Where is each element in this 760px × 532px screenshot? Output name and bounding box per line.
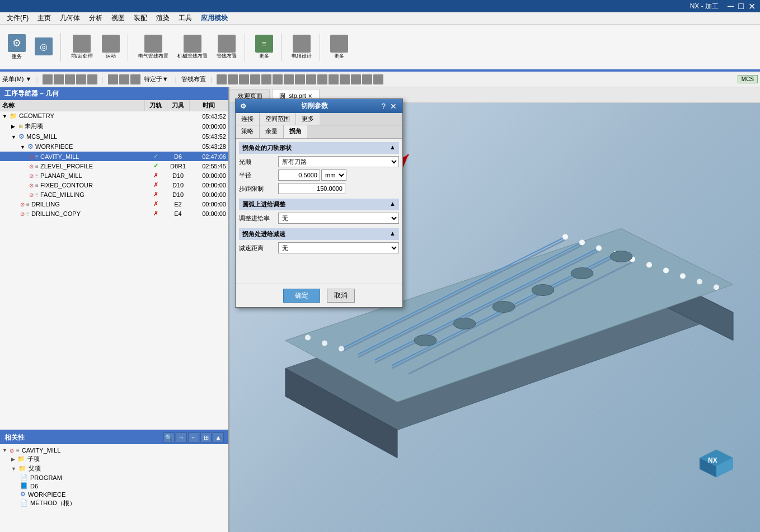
minimize-btn[interactable]: ─	[728, 1, 734, 11]
toolbar-icon-3[interactable]	[65, 74, 75, 84]
tree-row-cavity-mill[interactable]: ⊘ ≡ CAVITY_MILL ✓ D6 02:47:06	[0, 152, 228, 161]
section-arc-header[interactable]: 圆弧上进给调整 ▲	[239, 199, 399, 210]
toolbar-icon-9[interactable]	[217, 74, 227, 84]
tree-row[interactable]: ⊘ ≡ ZLEVEL_PROFILE ✓ D8R1 02:55:45	[0, 161, 228, 171]
tree-row-face-milling[interactable]: ⊘ ≡ FACE_MILLING ✗ D10 00:00:00	[0, 190, 228, 199]
section-corner-header[interactable]: 拐角处的刀轨形状 ▲	[239, 142, 399, 154]
ribbon-btn-more2[interactable]: 运动	[98, 34, 123, 61]
toolbar-icon-21[interactable]	[351, 74, 361, 84]
input-radius[interactable]	[278, 170, 320, 181]
related-search-btn[interactable]: 🔍	[163, 432, 175, 442]
btn-cancel[interactable]: 取消	[327, 289, 355, 303]
toolbar-icon-16[interactable]	[295, 74, 305, 84]
ribbon-btn-more4[interactable]: 更多	[327, 34, 351, 61]
related-name: 父项	[29, 464, 41, 473]
nav-menu[interactable]: 菜单(M) ▼	[2, 75, 31, 83]
select-decel-dist[interactable]: 无 自动 手动	[278, 242, 399, 253]
menu-geometry[interactable]: 几何体	[55, 12, 85, 24]
menu-analysis[interactable]: 分析	[85, 12, 107, 24]
toolbar-icon-20[interactable]	[340, 74, 350, 84]
related-item[interactable]: 📄 PROGRAM	[2, 473, 226, 482]
tree-row[interactable]: ▶ ⊕ 未用项 00:00:00	[0, 121, 228, 131]
menu-assembly[interactable]: 装配	[129, 12, 152, 24]
dialog-tab-more[interactable]: 更多	[296, 113, 320, 125]
close-btn[interactable]: ✕	[748, 1, 756, 12]
related-item[interactable]: 📘 D6	[2, 482, 226, 490]
toolbar-icon-2[interactable]	[54, 74, 64, 84]
menu-home[interactable]: 主页	[33, 12, 55, 24]
toolbar-icon-1[interactable]	[43, 74, 53, 84]
row-tool-cavity-mill: D6	[167, 152, 189, 161]
related-nav-left[interactable]: ←	[188, 432, 199, 442]
ribbon-btn-more3[interactable]: ≡ 更多	[252, 34, 276, 61]
tree-row[interactable]: ▼ ⚙ MCS_MILL 05:43:52	[0, 131, 228, 142]
toolbar-icon-13[interactable]	[261, 74, 271, 84]
tree-row[interactable]: ▼ 📁 GEOMETRY 05:43:52	[0, 111, 228, 121]
ribbon-btn-more1[interactable]: 前/后处理	[68, 34, 96, 61]
tree-row[interactable]: ⊘ ≡ DRILLING ✗ E2 00:00:00	[0, 199, 228, 209]
btn-ok[interactable]: 确定	[283, 289, 320, 303]
dialog-close-btn[interactable]: ✕	[389, 102, 398, 111]
menu-file[interactable]: 文件(F)	[2, 12, 33, 24]
menu-tools[interactable]: 工具	[174, 12, 196, 24]
related-item[interactable]: ⚙ WORKPIECE	[2, 490, 226, 498]
related-nav-right[interactable]: →	[176, 432, 187, 442]
ribbon-btn-1[interactable]: ⚙ 重务	[4, 33, 29, 62]
related-expand-btn[interactable]: ⊞	[200, 432, 212, 442]
related-item[interactable]: ▶ 📁 子项	[2, 454, 226, 464]
ribbon-btn-mech[interactable]: 机械管线布置	[174, 34, 211, 61]
toolbar-icon-5[interactable]	[87, 74, 97, 84]
menu-modules[interactable]: 应用模块	[196, 12, 232, 24]
menu-view[interactable]: 视图	[107, 12, 129, 24]
related-item[interactable]: 📄 METHOD（根）	[2, 498, 226, 508]
tree-row-fixed-contour[interactable]: ⊘ ≡ FIXED_CONTOUR ✗ D10 00:00:00	[0, 180, 228, 190]
tree-row[interactable]: ⊘ ≡ DRILLING_COPY ✗ E4 00:00:00	[0, 209, 228, 218]
toolbar-area: 菜单(M) ▼ | | 特定于▼ | 管线布置 | MCS	[0, 72, 760, 87]
select-unit-radius[interactable]: mm in	[321, 170, 346, 181]
ribbon-btn-2[interactable]: ◎	[31, 36, 56, 58]
toolbar-icon-18[interactable]	[317, 74, 327, 84]
tree-row[interactable]: ⊘ ≡ PLANAR_MILL ✗ D10 00:00:00	[0, 171, 228, 180]
toolbar-icon-23[interactable]	[373, 74, 383, 84]
tree-row[interactable]: ▼ ⚙ WORKPIECE 05:43:28	[0, 142, 228, 152]
ribbon-btn-pipe[interactable]: 管线布置	[213, 34, 240, 61]
toolbar-text[interactable]: 特定于▼	[142, 75, 171, 83]
toolbar-icon-4[interactable]	[76, 74, 86, 84]
toolbar-icon-12[interactable]	[250, 74, 260, 84]
toolbar-icon-8[interactable]	[130, 74, 140, 84]
row-tool: E4	[167, 209, 189, 218]
toolbar-icon-22[interactable]	[362, 74, 372, 84]
select-smooth[interactable]: 所有刀路 无 仅外角	[278, 156, 399, 167]
row-time: 00:00:00	[189, 190, 228, 199]
dialog-tab-space[interactable]: 空间范围	[260, 113, 296, 125]
ribbon-btn-elec[interactable]: 电气管线布置	[135, 34, 172, 61]
related-item[interactable]: ▼ 📁 父项	[2, 464, 226, 473]
toolbar-icon-7[interactable]	[119, 74, 129, 84]
dialog-tab-connect[interactable]: 连接	[236, 113, 260, 125]
toolbar-icon-19[interactable]	[329, 74, 339, 84]
toolbar-icon-6[interactable]	[108, 74, 118, 84]
section-decel-header[interactable]: 拐角处进给减速 ▲	[239, 228, 399, 240]
select-adjust-feed[interactable]: 无 减速 加速	[278, 213, 399, 224]
dialog-tab-strategy[interactable]: 策略	[236, 125, 260, 138]
menu-render[interactable]: 渲染	[152, 12, 174, 24]
toolbar-icon-17[interactable]	[306, 74, 316, 84]
maximize-btn[interactable]: □	[738, 1, 744, 11]
related-collapse-btn[interactable]: ▲	[213, 432, 224, 442]
tree-container[interactable]: 名称 刀轨 刀具 时间 ▼ 📁 GEOMETRY	[0, 100, 228, 430]
related-item[interactable]: ▼ ⊘ ≡ CAVITY_MILL	[2, 446, 226, 454]
row-time-cavity-mill: 02:47:06	[189, 152, 228, 161]
row-track: ✗	[144, 209, 167, 218]
svg-point-22	[714, 285, 719, 290]
toolbar-icon-10[interactable]	[228, 74, 238, 84]
toolbar-icon-14[interactable]	[273, 74, 283, 84]
dialog-tab-margin[interactable]: 余量	[260, 125, 284, 138]
row-track-cavity-mill: ✓	[144, 152, 167, 161]
input-step-limit[interactable]	[278, 183, 345, 194]
row-name: ▼ 📁 GEOMETRY	[0, 111, 144, 121]
dialog-tab-corner[interactable]: 拐角	[284, 125, 307, 138]
toolbar-icon-11[interactable]	[239, 74, 249, 84]
dialog-help-btn[interactable]: ?	[380, 102, 387, 111]
toolbar-icon-15[interactable]	[284, 74, 294, 84]
ribbon-btn-electric[interactable]: 电很设计	[288, 34, 315, 61]
